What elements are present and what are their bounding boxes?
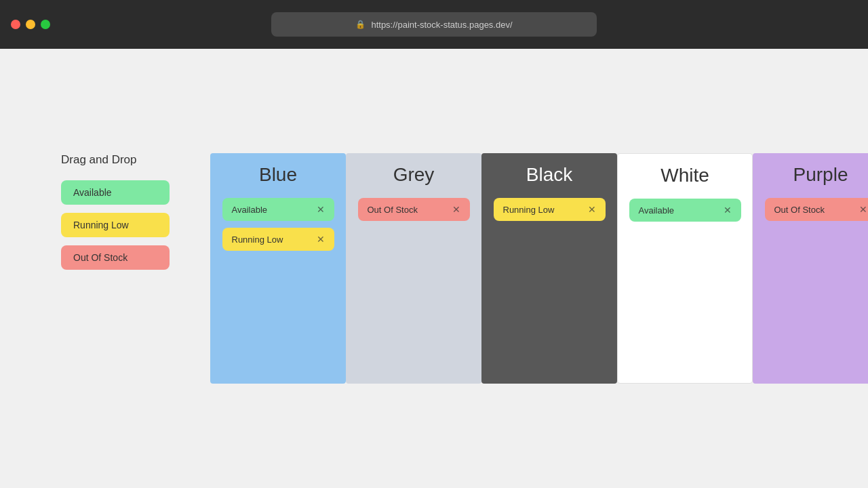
column-white-badges: Available ✕ xyxy=(629,199,741,222)
column-grey: Grey Out Of Stock ✕ xyxy=(346,153,481,384)
page-content: Drag and Drop Available Running Low Out … xyxy=(0,49,868,488)
column-black-badges: Running Low ✕ xyxy=(492,198,606,221)
column-blue: Blue Available ✕ Running Low ✕ xyxy=(210,153,346,384)
column-blue-title: Blue xyxy=(259,164,297,186)
badge-grey-out-of-stock[interactable]: Out Of Stock ✕ xyxy=(358,198,470,221)
app-container: Drag and Drop Available Running Low Out … xyxy=(61,153,807,384)
minimize-button[interactable] xyxy=(26,20,35,29)
close-icon[interactable]: ✕ xyxy=(452,204,460,215)
lock-icon: 🔒 xyxy=(355,20,366,29)
close-icon[interactable]: ✕ xyxy=(588,204,596,215)
maximize-button[interactable] xyxy=(41,20,50,29)
column-white: White Available ✕ xyxy=(617,153,753,384)
available-badge-source[interactable]: Available xyxy=(61,180,170,205)
column-blue-badges: Available ✕ Running Low ✕ xyxy=(221,198,335,251)
column-black: Black Running Low ✕ xyxy=(481,153,617,384)
column-black-title: Black xyxy=(526,164,572,186)
url-text: https://paint-stock-status.pages.dev/ xyxy=(371,20,512,30)
badge-label: Running Low xyxy=(503,205,555,215)
badge-purple-out-of-stock[interactable]: Out Of Stock ✕ xyxy=(765,198,869,221)
column-white-title: White xyxy=(660,165,709,186)
close-icon[interactable]: ✕ xyxy=(317,204,325,215)
running-low-badge-source[interactable]: Running Low xyxy=(61,213,170,237)
column-purple-badges: Out Of Stock ✕ xyxy=(764,198,868,221)
badge-white-available[interactable]: Available ✕ xyxy=(629,199,741,222)
browser-chrome: 🔒 https://paint-stock-status.pages.dev/ xyxy=(0,0,868,49)
close-icon[interactable]: ✕ xyxy=(724,205,732,216)
badge-black-running-low[interactable]: Running Low ✕ xyxy=(494,198,606,221)
close-icon[interactable]: ✕ xyxy=(859,204,867,215)
traffic-lights xyxy=(11,20,50,29)
column-grey-title: Grey xyxy=(393,164,435,186)
badge-label: Out Of Stock xyxy=(774,205,825,215)
out-of-stock-badge-source[interactable]: Out Of Stock xyxy=(61,245,170,270)
sidebar-title: Drag and Drop xyxy=(61,153,183,167)
column-purple-title: Purple xyxy=(793,164,848,186)
badge-label: Out Of Stock xyxy=(368,205,418,215)
badge-label: Available xyxy=(639,205,675,216)
column-grey-badges: Out Of Stock ✕ xyxy=(357,198,471,221)
badge-label: Available xyxy=(232,205,268,215)
address-bar[interactable]: 🔒 https://paint-stock-status.pages.dev/ xyxy=(271,12,597,37)
badge-blue-running-low[interactable]: Running Low ✕ xyxy=(222,228,334,251)
badge-blue-available[interactable]: Available ✕ xyxy=(222,198,334,221)
columns-container: Blue Available ✕ Running Low ✕ Grey xyxy=(210,153,868,384)
drag-drop-sidebar: Drag and Drop Available Running Low Out … xyxy=(61,153,183,270)
close-icon[interactable]: ✕ xyxy=(317,234,325,245)
column-purple: Purple Out Of Stock ✕ xyxy=(753,153,868,384)
badge-label: Running Low xyxy=(232,235,283,245)
close-button[interactable] xyxy=(11,20,20,29)
